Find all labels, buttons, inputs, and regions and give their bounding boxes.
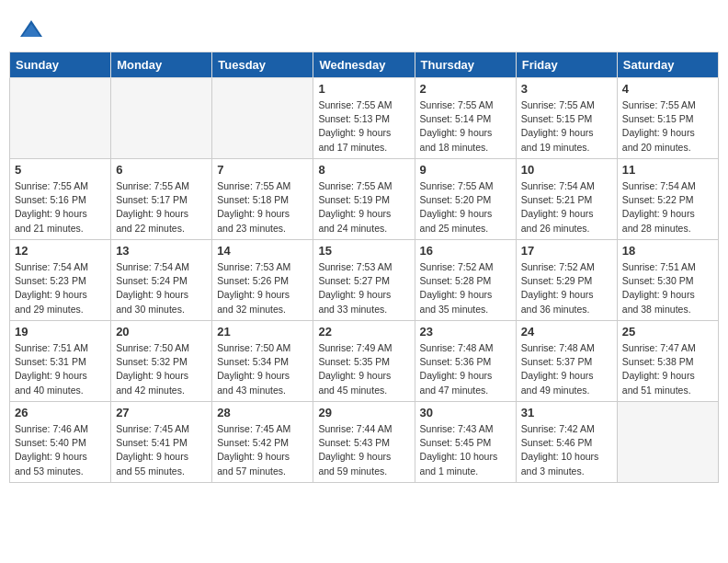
calendar-cell: 1Sunrise: 7:55 AM Sunset: 5:13 PM Daylig… [313, 78, 415, 159]
day-number: 2 [420, 82, 511, 96]
calendar-cell: 4Sunrise: 7:55 AM Sunset: 5:15 PM Daylig… [617, 78, 718, 159]
calendar-cell: 14Sunrise: 7:53 AM Sunset: 5:26 PM Dayli… [212, 240, 313, 321]
day-info: Sunrise: 7:55 AM Sunset: 5:17 PM Dayligh… [116, 179, 207, 236]
week-row: 26Sunrise: 7:46 AM Sunset: 5:40 PM Dayli… [10, 402, 719, 483]
day-info: Sunrise: 7:48 AM Sunset: 5:36 PM Dayligh… [420, 341, 511, 397]
day-number: 5 [15, 163, 106, 177]
calendar-cell: 9Sunrise: 7:55 AM Sunset: 5:20 PM Daylig… [415, 159, 516, 240]
calendar-cell: 18Sunrise: 7:51 AM Sunset: 5:30 PM Dayli… [617, 240, 718, 321]
calendar-cell: 15Sunrise: 7:53 AM Sunset: 5:27 PM Dayli… [313, 240, 415, 321]
day-of-week-header: Sunday [10, 52, 111, 78]
day-info: Sunrise: 7:49 AM Sunset: 5:35 PM Dayligh… [318, 341, 409, 397]
calendar-cell: 13Sunrise: 7:54 AM Sunset: 5:24 PM Dayli… [111, 240, 212, 321]
day-number: 14 [217, 244, 308, 258]
day-info: Sunrise: 7:51 AM Sunset: 5:30 PM Dayligh… [622, 260, 713, 316]
days-of-week-row: SundayMondayTuesdayWednesdayThursdayFrid… [10, 52, 719, 78]
calendar-cell: 16Sunrise: 7:52 AM Sunset: 5:28 PM Dayli… [415, 240, 516, 321]
day-info: Sunrise: 7:44 AM Sunset: 5:43 PM Dayligh… [318, 422, 409, 478]
day-number: 6 [116, 163, 207, 177]
day-info: Sunrise: 7:54 AM Sunset: 5:24 PM Dayligh… [116, 260, 207, 316]
day-number: 19 [15, 325, 106, 339]
calendar-cell: 17Sunrise: 7:52 AM Sunset: 5:29 PM Dayli… [516, 240, 617, 321]
day-info: Sunrise: 7:55 AM Sunset: 5:20 PM Dayligh… [420, 179, 511, 236]
day-number: 30 [420, 406, 511, 419]
calendar-cell [212, 78, 313, 159]
day-info: Sunrise: 7:42 AM Sunset: 5:46 PM Dayligh… [521, 422, 612, 478]
day-info: Sunrise: 7:53 AM Sunset: 5:27 PM Dayligh… [318, 260, 409, 316]
day-info: Sunrise: 7:52 AM Sunset: 5:28 PM Dayligh… [420, 260, 511, 316]
day-number: 17 [521, 244, 612, 258]
day-info: Sunrise: 7:50 AM Sunset: 5:32 PM Dayligh… [116, 341, 207, 397]
calendar-cell: 24Sunrise: 7:48 AM Sunset: 5:37 PM Dayli… [516, 321, 617, 402]
calendar-body: 1Sunrise: 7:55 AM Sunset: 5:13 PM Daylig… [10, 78, 719, 483]
day-number: 28 [217, 406, 308, 419]
day-number: 23 [420, 325, 511, 339]
calendar-cell: 31Sunrise: 7:42 AM Sunset: 5:46 PM Dayli… [516, 402, 617, 483]
day-number: 20 [116, 325, 207, 339]
day-number: 26 [15, 406, 106, 419]
day-number: 7 [217, 163, 308, 177]
day-of-week-header: Saturday [617, 52, 718, 78]
day-info: Sunrise: 7:43 AM Sunset: 5:45 PM Dayligh… [420, 422, 511, 478]
calendar-cell: 2Sunrise: 7:55 AM Sunset: 5:14 PM Daylig… [415, 78, 516, 159]
calendar-cell: 7Sunrise: 7:55 AM Sunset: 5:18 PM Daylig… [212, 159, 313, 240]
day-number: 22 [318, 325, 409, 339]
day-of-week-header: Tuesday [212, 52, 313, 78]
calendar-cell: 12Sunrise: 7:54 AM Sunset: 5:23 PM Dayli… [10, 240, 111, 321]
day-info: Sunrise: 7:54 AM Sunset: 5:23 PM Dayligh… [15, 260, 106, 316]
logo [18, 17, 48, 42]
week-row: 1Sunrise: 7:55 AM Sunset: 5:13 PM Daylig… [10, 78, 719, 159]
calendar-cell: 8Sunrise: 7:55 AM Sunset: 5:19 PM Daylig… [313, 159, 415, 240]
day-info: Sunrise: 7:45 AM Sunset: 5:41 PM Dayligh… [116, 422, 207, 478]
day-info: Sunrise: 7:55 AM Sunset: 5:13 PM Dayligh… [318, 98, 409, 155]
day-info: Sunrise: 7:51 AM Sunset: 5:31 PM Dayligh… [15, 341, 106, 397]
day-of-week-header: Thursday [415, 52, 516, 78]
day-number: 25 [622, 325, 713, 339]
day-of-week-header: Monday [111, 52, 212, 78]
calendar-cell: 20Sunrise: 7:50 AM Sunset: 5:32 PM Dayli… [111, 321, 212, 402]
day-number: 12 [15, 244, 106, 258]
day-number: 11 [622, 163, 713, 177]
day-number: 16 [420, 244, 511, 258]
day-info: Sunrise: 7:52 AM Sunset: 5:29 PM Dayligh… [521, 260, 612, 316]
day-number: 1 [318, 82, 409, 96]
calendar-cell: 11Sunrise: 7:54 AM Sunset: 5:22 PM Dayli… [617, 159, 718, 240]
day-of-week-header: Wednesday [313, 52, 415, 78]
day-of-week-header: Friday [516, 52, 617, 78]
calendar-cell: 23Sunrise: 7:48 AM Sunset: 5:36 PM Dayli… [415, 321, 516, 402]
day-number: 4 [622, 82, 713, 96]
day-number: 24 [521, 325, 612, 339]
day-info: Sunrise: 7:46 AM Sunset: 5:40 PM Dayligh… [15, 422, 106, 478]
day-number: 31 [521, 406, 612, 419]
calendar-cell [10, 78, 111, 159]
calendar-cell: 27Sunrise: 7:45 AM Sunset: 5:41 PM Dayli… [111, 402, 212, 483]
day-number: 29 [318, 406, 409, 419]
day-info: Sunrise: 7:55 AM Sunset: 5:18 PM Dayligh… [217, 179, 308, 236]
day-number: 3 [521, 82, 612, 96]
calendar-cell: 3Sunrise: 7:55 AM Sunset: 5:15 PM Daylig… [516, 78, 617, 159]
page-header [9, 9, 719, 46]
week-row: 12Sunrise: 7:54 AM Sunset: 5:23 PM Dayli… [10, 240, 719, 321]
logo-icon [18, 17, 44, 42]
week-row: 19Sunrise: 7:51 AM Sunset: 5:31 PM Dayli… [10, 321, 719, 402]
day-info: Sunrise: 7:54 AM Sunset: 5:22 PM Dayligh… [622, 179, 713, 236]
day-number: 27 [116, 406, 207, 419]
calendar-cell: 28Sunrise: 7:45 AM Sunset: 5:42 PM Dayli… [212, 402, 313, 483]
calendar-cell [617, 402, 718, 483]
calendar-cell: 29Sunrise: 7:44 AM Sunset: 5:43 PM Dayli… [313, 402, 415, 483]
day-info: Sunrise: 7:47 AM Sunset: 5:38 PM Dayligh… [622, 341, 713, 397]
day-number: 9 [420, 163, 511, 177]
calendar-cell: 6Sunrise: 7:55 AM Sunset: 5:17 PM Daylig… [111, 159, 212, 240]
day-info: Sunrise: 7:54 AM Sunset: 5:21 PM Dayligh… [521, 179, 612, 236]
calendar-cell [111, 78, 212, 159]
day-info: Sunrise: 7:55 AM Sunset: 5:15 PM Dayligh… [622, 98, 713, 155]
day-number: 13 [116, 244, 207, 258]
calendar-table: SundayMondayTuesdayWednesdayThursdayFrid… [9, 52, 719, 483]
calendar-cell: 10Sunrise: 7:54 AM Sunset: 5:21 PM Dayli… [516, 159, 617, 240]
day-info: Sunrise: 7:55 AM Sunset: 5:16 PM Dayligh… [15, 179, 106, 236]
day-info: Sunrise: 7:50 AM Sunset: 5:34 PM Dayligh… [217, 341, 308, 397]
day-info: Sunrise: 7:45 AM Sunset: 5:42 PM Dayligh… [217, 422, 308, 478]
day-info: Sunrise: 7:53 AM Sunset: 5:26 PM Dayligh… [217, 260, 308, 316]
day-info: Sunrise: 7:48 AM Sunset: 5:37 PM Dayligh… [521, 341, 612, 397]
calendar-cell: 21Sunrise: 7:50 AM Sunset: 5:34 PM Dayli… [212, 321, 313, 402]
